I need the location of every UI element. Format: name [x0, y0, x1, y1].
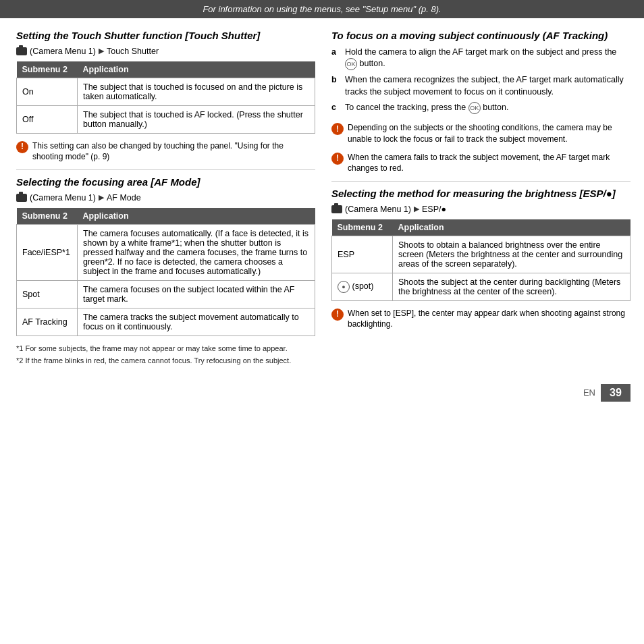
esp-menu-text: (Camera Menu 1) [345, 205, 411, 214]
esp-note-text: When set to [ESP], the center may appear… [348, 308, 630, 331]
af-mode-row3-application: The camera tracks the subject movement a… [78, 308, 315, 336]
table-row: Face/iESP*1 The camera focuses automatic… [17, 224, 315, 280]
touch-shutter-title: Setting the Touch Shutter function [Touc… [16, 29, 315, 43]
af-mode-row1-submenu: Face/iESP*1 [17, 224, 78, 280]
left-column: Setting the Touch Shutter function [Touc… [16, 29, 315, 368]
note-icon-3: ! [331, 153, 344, 165]
page-number: 39 [601, 384, 630, 402]
page-lang: EN [583, 387, 595, 398]
step-label-b: b [331, 74, 341, 98]
top-bar-text: For information on using the menus, see … [203, 4, 441, 14]
esp-menu-item: ESP/● [422, 205, 446, 214]
step-c: c To cancel the tracking, press the OK b… [331, 102, 630, 114]
af-mode-section: Selecting the focusing area [AF Mode] (C… [16, 176, 315, 367]
esp-row1-application: Shoots to obtain a balanced brightness o… [393, 236, 630, 273]
divider-1 [16, 169, 315, 170]
esp-menu-path: (Camera Menu 1) ▶ ESP/● [331, 205, 630, 214]
esp-row1-submenu: ESP [332, 236, 393, 273]
af-mode-title: Selecting the focusing area [AF Mode] [16, 176, 315, 189]
touch-shutter-note: ! This setting can also be changed by to… [16, 140, 315, 163]
table-row: ESP Shoots to obtain a balanced brightne… [332, 236, 630, 273]
right-column: To focus on a moving subject continuousl… [331, 29, 630, 368]
esp-row2-submenu: ● (spot) [332, 273, 393, 300]
af-tracking-section: To focus on a moving subject continuousl… [331, 29, 630, 174]
step-a-text: Hold the camera to align the AF target m… [345, 47, 630, 71]
af-mode-table: Submenu 2 Application Face/iESP*1 The ca… [16, 208, 315, 336]
af-mode-menu-item: AF Mode [107, 193, 141, 203]
step-a: a Hold the camera to align the AF target… [331, 47, 630, 71]
af-mode-row1-application: The camera focuses automatically. (If a … [78, 224, 315, 280]
af-tracking-title: To focus on a moving subject continuousl… [331, 29, 630, 43]
table-row: Spot The camera focuses on the subject l… [17, 280, 315, 308]
touch-shutter-row1-application: The subject that is touched is focused o… [78, 78, 315, 105]
touch-shutter-col1-header: Submenu 2 [17, 61, 78, 78]
top-bar: For information on using the menus, see … [0, 0, 644, 18]
step-c-text: To cancel the tracking, press the OK but… [345, 102, 508, 114]
touch-shutter-section: Setting the Touch Shutter function [Touc… [16, 29, 315, 163]
note-icon-4: ! [331, 308, 344, 321]
touch-shutter-menu-path: (Camera Menu 1) ▶ Touch Shutter [16, 47, 315, 56]
touch-shutter-col2-header: Application [78, 61, 315, 78]
esp-row2-application: Shoots the subject at the center during … [393, 273, 630, 300]
step-b: b When the camera recognizes the subject… [331, 74, 630, 98]
af-tracking-note-1: ! Depending on the subjects or the shoot… [331, 122, 630, 145]
footnote-1: *1 For some subjects, the frame may not … [16, 343, 315, 354]
af-mode-row2-submenu: Spot [17, 280, 78, 308]
camera-icon-1 [16, 47, 27, 55]
af-tracking-steps: a Hold the camera to align the AF target… [331, 47, 630, 115]
footnote-2: *2 If the frame blinks in red, the camer… [16, 355, 315, 367]
step-label-a: a [331, 47, 341, 71]
touch-shutter-menu-item: Touch Shutter [107, 47, 159, 56]
af-mode-row2-application: The camera focuses on the subject locate… [78, 280, 315, 308]
touch-shutter-note-text: This setting can also be changed by touc… [32, 140, 315, 163]
touch-shutter-table: Submenu 2 Application On The subject tha… [16, 61, 315, 134]
table-row: On The subject that is touched is focuse… [17, 78, 315, 105]
esp-col1-header: Submenu 2 [332, 219, 393, 236]
esp-col2-header: Application [393, 219, 630, 236]
arrow-right-2: ▶ [99, 193, 104, 202]
table-row: Off The subject that is touched is AF lo… [17, 105, 315, 133]
touch-shutter-menu-text: (Camera Menu 1) [30, 47, 96, 56]
af-mode-row3-submenu: AF Tracking [17, 308, 78, 336]
af-mode-footnotes: *1 For some subjects, the frame may not … [16, 343, 315, 367]
af-mode-menu-text: (Camera Menu 1) [30, 193, 96, 203]
touch-shutter-row2-application: The subject that is touched is AF locked… [78, 105, 315, 133]
arrow-right-3: ▶ [414, 205, 419, 213]
note-icon-1: ! [16, 141, 28, 153]
spot-icon: ● [338, 281, 350, 293]
af-tracking-note-1-text: Depending on the subjects or the shootin… [348, 122, 630, 145]
arrow-right-1: ▶ [99, 47, 104, 55]
step-b-text: When the camera recognizes the subject, … [345, 74, 630, 98]
bottom-bar: EN 39 [0, 379, 644, 407]
esp-table: Submenu 2 Application ESP Shoots to obta… [331, 219, 630, 301]
touch-shutter-row2-submenu: Off [17, 105, 78, 133]
step-label-c: c [331, 102, 341, 114]
af-mode-col1-header: Submenu 2 [17, 208, 78, 225]
af-tracking-note-2: ! When the camera fails to track the sub… [331, 152, 630, 175]
esp-title: Selecting the method for measuring the b… [331, 187, 630, 200]
table-row: ● (spot) Shoots the subject at the cente… [332, 273, 630, 300]
af-mode-col2-header: Application [78, 208, 315, 225]
af-tracking-note-2-text: When the camera fails to track the subje… [348, 152, 630, 175]
af-mode-menu-path: (Camera Menu 1) ▶ AF Mode [16, 193, 315, 203]
divider-2 [331, 181, 630, 182]
camera-icon-3 [331, 205, 342, 213]
esp-section: Selecting the method for measuring the b… [331, 187, 630, 330]
table-row: AF Tracking The camera tracks the subjec… [17, 308, 315, 336]
touch-shutter-row1-submenu: On [17, 78, 78, 105]
esp-note: ! When set to [ESP], the center may appe… [331, 308, 630, 331]
main-content: Setting the Touch Shutter function [Touc… [0, 18, 644, 379]
ok-button-icon-a: OK [345, 58, 357, 70]
ok-button-icon-c: OK [468, 102, 481, 114]
camera-icon-2 [16, 194, 27, 202]
note-icon-2: ! [331, 123, 344, 135]
